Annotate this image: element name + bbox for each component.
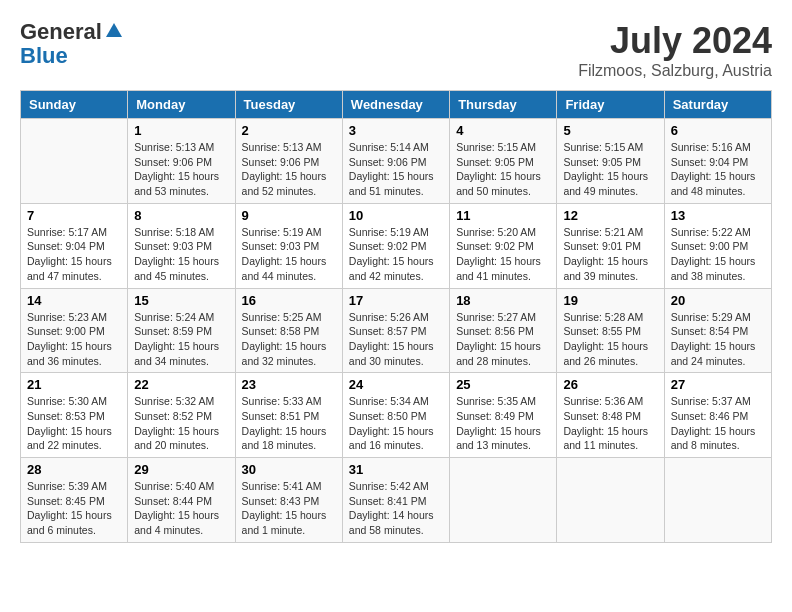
calendar-cell [21,119,128,204]
calendar-cell: 19Sunrise: 5:28 AM Sunset: 8:55 PM Dayli… [557,288,664,373]
day-number: 16 [242,293,336,308]
day-number: 18 [456,293,550,308]
calendar-cell: 15Sunrise: 5:24 AM Sunset: 8:59 PM Dayli… [128,288,235,373]
day-info: Sunrise: 5:25 AM Sunset: 8:58 PM Dayligh… [242,310,336,369]
calendar-cell [450,458,557,543]
calendar-cell: 2Sunrise: 5:13 AM Sunset: 9:06 PM Daylig… [235,119,342,204]
calendar-cell: 13Sunrise: 5:22 AM Sunset: 9:00 PM Dayli… [664,203,771,288]
day-number: 31 [349,462,443,477]
calendar-cell: 22Sunrise: 5:32 AM Sunset: 8:52 PM Dayli… [128,373,235,458]
day-number: 27 [671,377,765,392]
header-sunday: Sunday [21,91,128,119]
week-row-3: 14Sunrise: 5:23 AM Sunset: 9:00 PM Dayli… [21,288,772,373]
day-info: Sunrise: 5:30 AM Sunset: 8:53 PM Dayligh… [27,394,121,453]
header-wednesday: Wednesday [342,91,449,119]
header-saturday: Saturday [664,91,771,119]
day-number: 17 [349,293,443,308]
calendar-cell: 30Sunrise: 5:41 AM Sunset: 8:43 PM Dayli… [235,458,342,543]
day-info: Sunrise: 5:22 AM Sunset: 9:00 PM Dayligh… [671,225,765,284]
day-info: Sunrise: 5:32 AM Sunset: 8:52 PM Dayligh… [134,394,228,453]
week-row-5: 28Sunrise: 5:39 AM Sunset: 8:45 PM Dayli… [21,458,772,543]
calendar-cell: 20Sunrise: 5:29 AM Sunset: 8:54 PM Dayli… [664,288,771,373]
day-info: Sunrise: 5:26 AM Sunset: 8:57 PM Dayligh… [349,310,443,369]
calendar-cell: 11Sunrise: 5:20 AM Sunset: 9:02 PM Dayli… [450,203,557,288]
day-number: 10 [349,208,443,223]
header-thursday: Thursday [450,91,557,119]
week-row-2: 7Sunrise: 5:17 AM Sunset: 9:04 PM Daylig… [21,203,772,288]
day-info: Sunrise: 5:19 AM Sunset: 9:02 PM Dayligh… [349,225,443,284]
calendar-cell: 12Sunrise: 5:21 AM Sunset: 9:01 PM Dayli… [557,203,664,288]
month-year: July 2024 [578,20,772,62]
calendar-cell: 10Sunrise: 5:19 AM Sunset: 9:02 PM Dayli… [342,203,449,288]
calendar-cell: 6Sunrise: 5:16 AM Sunset: 9:04 PM Daylig… [664,119,771,204]
logo: General Blue [20,20,124,68]
day-number: 15 [134,293,228,308]
title-block: July 2024 Filzmoos, Salzburg, Austria [578,20,772,80]
week-row-4: 21Sunrise: 5:30 AM Sunset: 8:53 PM Dayli… [21,373,772,458]
day-info: Sunrise: 5:37 AM Sunset: 8:46 PM Dayligh… [671,394,765,453]
day-info: Sunrise: 5:13 AM Sunset: 9:06 PM Dayligh… [242,140,336,199]
day-info: Sunrise: 5:35 AM Sunset: 8:49 PM Dayligh… [456,394,550,453]
day-info: Sunrise: 5:14 AM Sunset: 9:06 PM Dayligh… [349,140,443,199]
day-number: 24 [349,377,443,392]
svg-marker-0 [106,23,122,37]
week-row-1: 1Sunrise: 5:13 AM Sunset: 9:06 PM Daylig… [21,119,772,204]
calendar-cell: 27Sunrise: 5:37 AM Sunset: 8:46 PM Dayli… [664,373,771,458]
calendar-cell: 17Sunrise: 5:26 AM Sunset: 8:57 PM Dayli… [342,288,449,373]
header-monday: Monday [128,91,235,119]
calendar-table: SundayMondayTuesdayWednesdayThursdayFrid… [20,90,772,543]
day-info: Sunrise: 5:19 AM Sunset: 9:03 PM Dayligh… [242,225,336,284]
day-info: Sunrise: 5:40 AM Sunset: 8:44 PM Dayligh… [134,479,228,538]
day-number: 4 [456,123,550,138]
calendar-cell: 18Sunrise: 5:27 AM Sunset: 8:56 PM Dayli… [450,288,557,373]
calendar-cell [557,458,664,543]
calendar-cell: 28Sunrise: 5:39 AM Sunset: 8:45 PM Dayli… [21,458,128,543]
logo-blue: Blue [20,44,124,68]
calendar-cell: 4Sunrise: 5:15 AM Sunset: 9:05 PM Daylig… [450,119,557,204]
day-number: 29 [134,462,228,477]
calendar-cell: 7Sunrise: 5:17 AM Sunset: 9:04 PM Daylig… [21,203,128,288]
day-info: Sunrise: 5:42 AM Sunset: 8:41 PM Dayligh… [349,479,443,538]
calendar-cell: 23Sunrise: 5:33 AM Sunset: 8:51 PM Dayli… [235,373,342,458]
day-info: Sunrise: 5:17 AM Sunset: 9:04 PM Dayligh… [27,225,121,284]
day-number: 7 [27,208,121,223]
day-number: 26 [563,377,657,392]
day-info: Sunrise: 5:15 AM Sunset: 9:05 PM Dayligh… [563,140,657,199]
calendar-cell: 5Sunrise: 5:15 AM Sunset: 9:05 PM Daylig… [557,119,664,204]
logo-general: General [20,19,102,44]
day-info: Sunrise: 5:34 AM Sunset: 8:50 PM Dayligh… [349,394,443,453]
day-number: 12 [563,208,657,223]
day-info: Sunrise: 5:21 AM Sunset: 9:01 PM Dayligh… [563,225,657,284]
day-info: Sunrise: 5:13 AM Sunset: 9:06 PM Dayligh… [134,140,228,199]
day-info: Sunrise: 5:15 AM Sunset: 9:05 PM Dayligh… [456,140,550,199]
calendar-cell: 29Sunrise: 5:40 AM Sunset: 8:44 PM Dayli… [128,458,235,543]
day-number: 22 [134,377,228,392]
header-tuesday: Tuesday [235,91,342,119]
day-info: Sunrise: 5:36 AM Sunset: 8:48 PM Dayligh… [563,394,657,453]
location: Filzmoos, Salzburg, Austria [578,62,772,80]
calendar-header-row: SundayMondayTuesdayWednesdayThursdayFrid… [21,91,772,119]
day-info: Sunrise: 5:41 AM Sunset: 8:43 PM Dayligh… [242,479,336,538]
day-number: 21 [27,377,121,392]
calendar-cell: 16Sunrise: 5:25 AM Sunset: 8:58 PM Dayli… [235,288,342,373]
day-info: Sunrise: 5:16 AM Sunset: 9:04 PM Dayligh… [671,140,765,199]
day-number: 20 [671,293,765,308]
day-number: 30 [242,462,336,477]
calendar-cell: 31Sunrise: 5:42 AM Sunset: 8:41 PM Dayli… [342,458,449,543]
day-number: 1 [134,123,228,138]
day-info: Sunrise: 5:18 AM Sunset: 9:03 PM Dayligh… [134,225,228,284]
day-number: 23 [242,377,336,392]
day-number: 13 [671,208,765,223]
day-number: 3 [349,123,443,138]
day-number: 2 [242,123,336,138]
day-number: 28 [27,462,121,477]
day-info: Sunrise: 5:39 AM Sunset: 8:45 PM Dayligh… [27,479,121,538]
header-friday: Friday [557,91,664,119]
calendar-cell: 26Sunrise: 5:36 AM Sunset: 8:48 PM Dayli… [557,373,664,458]
day-info: Sunrise: 5:28 AM Sunset: 8:55 PM Dayligh… [563,310,657,369]
day-number: 14 [27,293,121,308]
logo-icon [104,21,124,41]
day-info: Sunrise: 5:20 AM Sunset: 9:02 PM Dayligh… [456,225,550,284]
day-info: Sunrise: 5:29 AM Sunset: 8:54 PM Dayligh… [671,310,765,369]
calendar-cell: 24Sunrise: 5:34 AM Sunset: 8:50 PM Dayli… [342,373,449,458]
